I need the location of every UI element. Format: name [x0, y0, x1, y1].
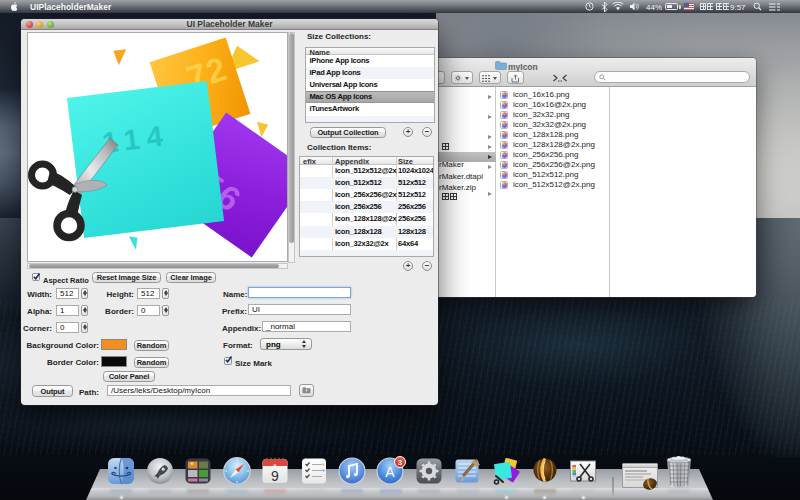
svg-text:A: A: [385, 464, 395, 480]
svg-text:3: 3: [397, 458, 402, 467]
svg-text:9: 9: [271, 468, 279, 484]
